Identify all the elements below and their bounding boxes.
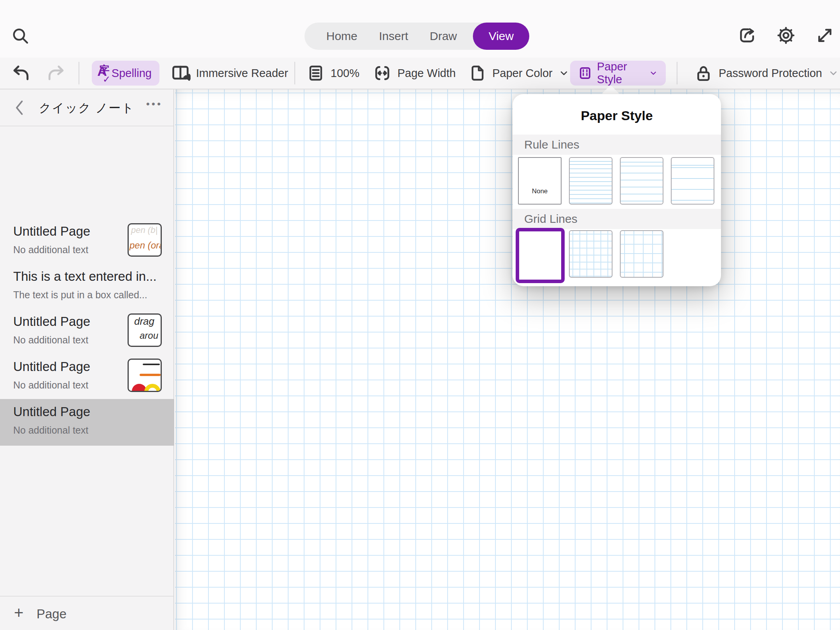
lock-icon — [694, 63, 713, 83]
paper-color-icon — [468, 64, 487, 82]
rule-lines-section-header: Rule Lines — [513, 135, 721, 155]
black-stroke — [143, 364, 160, 365]
page-width-button[interactable]: Page Width — [373, 58, 456, 89]
paper-color-label: Paper Color — [492, 67, 553, 80]
page-title: Untitled Page — [13, 314, 90, 329]
tab-draw[interactable]: Draw — [424, 23, 462, 50]
more-options-icon[interactable]: ••• — [146, 98, 163, 110]
page-list-sidebar: クイック ノート ••• Untitled Page No additional… — [0, 89, 174, 630]
paper-style-label: Paper Style — [597, 60, 644, 86]
rule-option-none[interactable]: None — [518, 157, 562, 205]
paper-style-popup: Paper Style Rule Lines None Grid Lines — [513, 94, 721, 286]
page-list-item[interactable]: Untitled Page No additional text — [0, 354, 174, 399]
page-subtitle: The text is put in a box called... — [13, 289, 147, 301]
top-bar: Home Insert Draw View — [0, 0, 840, 58]
page-thumbnail — [128, 359, 162, 392]
rule-option-college[interactable] — [620, 157, 663, 205]
tab-view[interactable]: View — [473, 23, 529, 50]
ribbon-divider — [294, 62, 295, 84]
plus-icon: + — [14, 604, 24, 622]
document-zoom-icon — [306, 64, 325, 82]
top-right-actions — [737, 26, 835, 45]
chevron-down-icon — [828, 67, 839, 79]
chevron-down-icon — [558, 67, 570, 79]
password-protection-label: Password Protection — [719, 67, 822, 80]
page-subtitle: No additional text — [13, 244, 88, 256]
grid-lines-section-header: Grid Lines — [513, 209, 721, 229]
sidebar-header: クイック ノート ••• — [0, 89, 173, 126]
view-ribbon: 字 A ✓ Spelling Immersive Reader — [0, 58, 840, 89]
search-icon[interactable] — [11, 26, 30, 45]
spelling-button[interactable]: 字 A ✓ Spelling — [92, 61, 159, 86]
page-title: Untitled Page — [13, 404, 90, 419]
grid-option-large[interactable] — [620, 230, 663, 278]
popup-title: Paper Style — [513, 108, 721, 123]
tab-home[interactable]: Home — [321, 23, 363, 50]
page-title: Untitled Page — [13, 359, 90, 374]
page-thumbnail: drag arou — [128, 313, 162, 347]
page-list-item[interactable]: Untitled Page No additional text pen (b|… — [0, 219, 174, 264]
page-thumbnail: pen (b| pen (ora — [128, 223, 162, 257]
grid-option-small-selected[interactable] — [516, 228, 565, 283]
paper-style-button[interactable]: Paper Style — [570, 61, 666, 86]
page-title: Untitled Page — [13, 224, 90, 239]
ribbon-divider — [79, 62, 79, 84]
page-subtitle: No additional text — [13, 334, 88, 346]
page-width-label: Page Width — [397, 67, 456, 80]
page-list-item-selected[interactable]: Untitled Page No additional text — [0, 399, 174, 446]
settings-gear-icon[interactable] — [776, 26, 796, 45]
page-list-item[interactable]: Untitled Page No additional text drag ar… — [0, 309, 174, 354]
password-protection-button[interactable]: Password Protection — [694, 58, 839, 89]
zoom-level-button[interactable]: 100% — [306, 58, 359, 89]
rule-option-narrow[interactable] — [569, 157, 612, 205]
rule-option-wide[interactable] — [671, 157, 714, 205]
redo-button[interactable] — [45, 58, 66, 89]
onenote-app: Home Insert Draw View — [0, 0, 840, 630]
add-page-label: Page — [37, 607, 66, 621]
page-title: This is a text entered in... — [13, 269, 157, 284]
spelling-icon: 字 A ✓ — [100, 64, 107, 82]
tab-insert[interactable]: Insert — [374, 23, 414, 50]
page-width-icon — [373, 63, 392, 83]
chevron-down-icon — [649, 67, 658, 79]
immersive-reader-button[interactable]: Immersive Reader — [170, 58, 288, 89]
yellow-stroke — [144, 384, 161, 392]
expand-icon[interactable] — [815, 26, 835, 45]
immersive-reader-icon — [170, 63, 191, 83]
paper-color-button[interactable]: Paper Color — [468, 58, 570, 89]
orange-stroke — [140, 374, 161, 376]
page-subtitle: No additional text — [13, 425, 88, 436]
paper-style-icon — [578, 64, 592, 82]
undo-button[interactable] — [11, 58, 32, 89]
ribbon-tab-bar: Home Insert Draw View — [304, 23, 529, 50]
immersive-reader-label: Immersive Reader — [196, 67, 288, 80]
page-subtitle: No additional text — [13, 380, 88, 391]
add-page-button[interactable]: + Page — [0, 596, 173, 630]
share-icon[interactable] — [737, 26, 757, 45]
page-list-item[interactable]: This is a text entered in... The text is… — [0, 264, 174, 309]
spelling-label: Spelling — [112, 67, 152, 80]
grid-option-medium[interactable] — [569, 230, 612, 278]
ribbon-divider — [677, 62, 677, 84]
note-canvas-grid-paper[interactable] — [175, 89, 840, 630]
zoom-level-label: 100% — [331, 67, 359, 80]
